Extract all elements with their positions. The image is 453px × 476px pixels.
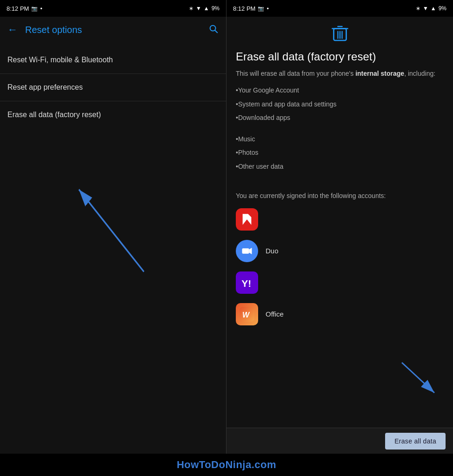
desc-suffix: , including: xyxy=(404,70,435,77)
yahoo-icon: Y! xyxy=(236,271,258,294)
bullet-5: •Other user data xyxy=(236,162,444,172)
search-button[interactable] xyxy=(208,24,219,36)
svg-line-1 xyxy=(215,30,217,33)
signal-icon: ▲ xyxy=(204,5,209,12)
erase-all-data-button[interactable]: Erase all data xyxy=(385,433,446,450)
right-camera-icon: 📷 xyxy=(258,6,264,12)
svg-marker-11 xyxy=(249,248,252,254)
right-scroll-area[interactable]: Erase all data (factory reset) This will… xyxy=(226,17,453,428)
bullet-1: •System and app data and settings xyxy=(236,100,444,109)
desc-bold: internal storage xyxy=(355,70,404,77)
bullet-list: •Your Google Account •System and app dat… xyxy=(236,86,444,172)
adobe-icon xyxy=(236,208,258,231)
right-content-area: Erase all data (factory reset) This will… xyxy=(226,17,453,370)
svg-text:Y!: Y! xyxy=(241,278,251,289)
bullet-0: •Your Google Account xyxy=(236,86,444,95)
left-time-value: 8:12 PM xyxy=(7,5,29,12)
right-dot-indicator: • xyxy=(266,5,269,12)
bottom-action-bar: Erase all data xyxy=(226,428,453,454)
bullet-4: •Photos xyxy=(236,148,444,158)
left-status-bar: 8:12 PM 📷 • ∗ ▼ ▲ 9% xyxy=(0,0,226,17)
page-title: Reset options xyxy=(25,25,201,35)
bluetooth-icon: ∗ xyxy=(189,5,193,12)
left-top-bar: ← Reset options xyxy=(0,17,226,43)
watermark-text: HowToDoNinja.com xyxy=(177,459,276,471)
svg-line-3 xyxy=(79,190,144,272)
trash-icon-wrapper xyxy=(236,24,444,45)
duo-label: Duo xyxy=(266,247,279,255)
right-battery: 9% xyxy=(439,5,446,12)
menu-item-wifi[interactable]: Reset Wi-Fi, mobile & Bluetooth xyxy=(0,46,226,74)
menu-list: Reset Wi-Fi, mobile & Bluetooth Reset ap… xyxy=(0,43,226,128)
menu-item-factory-reset[interactable]: Erase all data (factory reset) xyxy=(0,101,226,128)
bullet-2: •Downloaded apps xyxy=(236,113,444,123)
footer-watermark: HowToDoNinja.com xyxy=(0,454,453,476)
svg-rect-10 xyxy=(242,248,249,254)
account-yahoo: Y! xyxy=(236,271,444,294)
right-time: 8:12 PM 📷 • xyxy=(233,5,269,12)
right-status-bar: 8:12 PM 📷 • ∗ ▼ ▲ 9% xyxy=(226,0,453,17)
factory-reset-title: Erase all data (factory reset) xyxy=(236,50,444,63)
right-status-icons: ∗ ▼ ▲ 9% xyxy=(416,5,446,12)
trash-icon xyxy=(332,24,348,43)
left-battery: 9% xyxy=(212,5,220,12)
account-office: W Office xyxy=(236,303,444,325)
wifi-icon: ▼ xyxy=(196,5,201,12)
account-adobe xyxy=(236,208,444,231)
factory-reset-description: This will erase all data from your phone… xyxy=(236,69,444,79)
office-icon: W xyxy=(236,303,258,325)
dot-indicator: • xyxy=(40,5,42,12)
left-status-icons: ∗ ▼ ▲ 9% xyxy=(189,5,220,12)
left-screen: 8:12 PM 📷 • ∗ ▼ ▲ 9% ← Reset options xyxy=(0,0,226,454)
right-screen: 8:12 PM 📷 • ∗ ▼ ▲ 9% xyxy=(226,0,453,454)
desc-plain: This will erase all data from your phone… xyxy=(236,70,355,77)
right-signal-icon: ▲ xyxy=(431,5,436,12)
menu-item-app-prefs[interactable]: Reset app preferences xyxy=(0,74,226,101)
bottom-spacer xyxy=(236,335,444,363)
account-duo: Duo xyxy=(236,240,444,262)
accounts-text: You are currently signed into the follow… xyxy=(236,191,444,201)
bullet-3: •Music xyxy=(236,135,444,144)
right-wifi-icon: ▼ xyxy=(423,5,428,12)
duo-icon xyxy=(236,240,258,262)
svg-text:W: W xyxy=(242,311,250,319)
office-label: Office xyxy=(266,310,284,318)
right-time-value: 8:12 PM xyxy=(233,5,255,12)
back-button[interactable]: ← xyxy=(7,24,18,36)
right-bluetooth-icon: ∗ xyxy=(416,5,420,12)
left-time: 8:12 PM 📷 • xyxy=(7,5,42,12)
camera-icon: 📷 xyxy=(31,6,38,12)
